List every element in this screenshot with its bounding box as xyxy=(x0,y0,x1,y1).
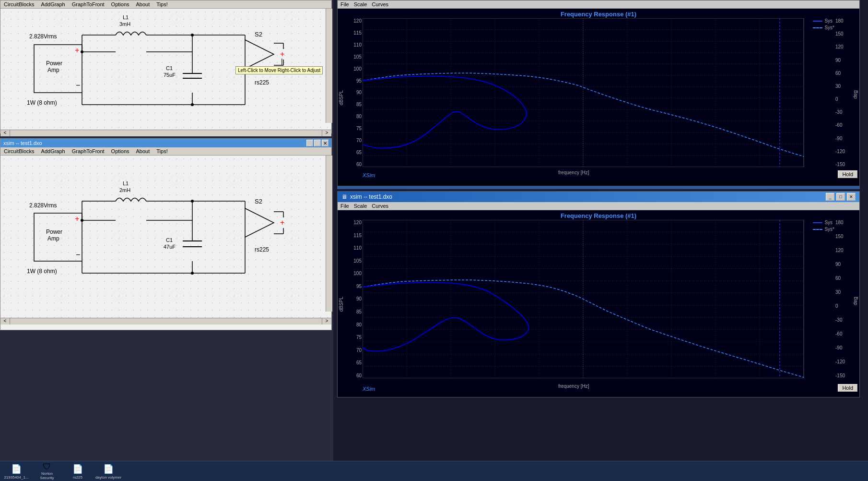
svg-text:−: − xyxy=(76,251,80,259)
svg-text:Power: Power xyxy=(46,228,62,235)
minimize-btn-bottom[interactable]: _ xyxy=(306,140,313,146)
scrollbar-v-bottom[interactable] xyxy=(326,156,332,312)
svg-text:|: | xyxy=(281,58,283,65)
taskbar-label-rs225: rs225 xyxy=(73,476,82,480)
svg-text:+: + xyxy=(280,218,284,227)
top-circuit-menubar: CircuitBlocks AddGraph GraphToFront Opti… xyxy=(0,0,331,9)
menu-options-bottom[interactable]: Options xyxy=(110,148,131,155)
svg-text:Amp: Amp xyxy=(47,67,59,73)
svg-text:47uF: 47uF xyxy=(164,244,176,250)
bottom-circuit-menubar: CircuitBlocks AddGraph GraphToFront Opti… xyxy=(0,147,331,156)
freq-plot-svg-bottom: 100 1,000 10,000 xyxy=(363,220,828,378)
svg-text:C1: C1 xyxy=(166,65,173,71)
svg-point-74 xyxy=(191,272,194,275)
menu-about-bottom[interactable]: About xyxy=(135,148,152,155)
maximize-btn-bottom[interactable]: □ xyxy=(314,140,321,146)
freq-menubar-bottom: File Scale Curves xyxy=(338,202,859,210)
freq-scrollbar-top[interactable] xyxy=(337,186,860,189)
menu-graphtofront-top[interactable]: GraphToFront xyxy=(70,1,106,8)
freq-title-top: Frequency Response (#1) xyxy=(338,9,859,19)
svg-text:L1: L1 xyxy=(123,180,129,186)
tooltip-box: Left-Click to Move Right-Click to Adjust xyxy=(235,66,323,74)
xsim-label-top: XSim xyxy=(363,172,375,178)
svg-text:2.828Vrms: 2.828Vrms xyxy=(29,202,57,209)
taskbar-item-dayton[interactable]: 📄 dayton volymer xyxy=(94,462,123,481)
svg-point-37 xyxy=(191,103,194,106)
svg-text:75uF: 75uF xyxy=(164,72,176,78)
y-label-left-bottom: dBSPL xyxy=(339,297,344,312)
svg-marker-61 xyxy=(245,208,274,237)
svg-text:+: + xyxy=(280,50,284,58)
xsim-label-bottom: XSim xyxy=(363,386,375,392)
taskbar-item-0[interactable]: 📄 21935404_1... xyxy=(2,462,31,481)
scrollbar-h-top[interactable]: < > xyxy=(0,130,331,136)
close-btn-bottom[interactable]: ✕ xyxy=(322,140,328,146)
freq-file-menu-top[interactable]: File xyxy=(340,1,349,7)
svg-text:rs225: rs225 xyxy=(255,79,269,86)
freq-scale-menu-top[interactable]: Scale xyxy=(354,1,367,7)
taskbar-label-0: 21935404_1... xyxy=(4,476,28,480)
hold-btn-top[interactable]: Hold xyxy=(838,170,857,178)
menu-circuitblocks-bottom[interactable]: CircuitBlocks xyxy=(2,148,36,155)
svg-text:L1: L1 xyxy=(123,14,129,20)
menu-graphtofront-bottom[interactable]: GraphToFront xyxy=(70,148,106,155)
svg-point-36 xyxy=(191,34,194,36)
y-label-left-top: dBSPL xyxy=(339,90,344,105)
freq-close-btn[interactable]: ✕ xyxy=(847,193,856,201)
freq-window-bottom: 🖥 xsim -- test1.dxo _ □ ✕ File Scale Cur… xyxy=(337,191,860,397)
freq-curves-menu-bottom[interactable]: Curves xyxy=(372,203,388,209)
svg-point-35 xyxy=(81,50,83,53)
svg-text:+: + xyxy=(75,215,79,223)
freq-window-title-bottom: xsim -- test1.dxo xyxy=(350,193,392,200)
freq-window-top: File Scale Curves Frequency Response (#1… xyxy=(337,0,860,186)
menu-circuitblocks-top[interactable]: CircuitBlocks xyxy=(2,1,36,8)
svg-marker-23 xyxy=(245,40,274,69)
freq-minimize-btn[interactable]: _ xyxy=(826,193,834,201)
taskbar-label-norton: NortonSecurity xyxy=(40,472,54,481)
circuit-svg-bottom: Power Amp + − 2.828Vrms 1W (8 ohm) L1 2m… xyxy=(0,156,322,318)
freq-file-menu-bottom[interactable]: File xyxy=(340,203,349,209)
freq-menubar-top: File Scale Curves xyxy=(338,0,859,9)
bottom-circuit-titlebar: xsim -- test1.dxo _ □ ✕ xyxy=(0,139,331,147)
svg-text:+: + xyxy=(75,46,79,54)
freq-maximize-btn[interactable]: □ xyxy=(836,193,845,201)
freq-curves-menu-top[interactable]: Curves xyxy=(372,1,388,7)
taskbar: 📄 21935404_1... 🛡 NortonSecurity 📄 rs225… xyxy=(0,461,868,481)
svg-text:rs225: rs225 xyxy=(255,246,269,253)
freq-scale-menu-bottom[interactable]: Scale xyxy=(354,203,367,209)
freq-title-bottom: Frequency Response (#1) xyxy=(338,210,859,220)
x-label-top: frequency [Hz] xyxy=(558,170,589,175)
menu-tips-bottom[interactable]: Tips! xyxy=(155,148,169,155)
svg-text:1W (8 ohm): 1W (8 ohm) xyxy=(27,99,57,106)
menu-about-top[interactable]: About xyxy=(135,1,152,8)
menu-options-top[interactable]: Options xyxy=(110,1,131,8)
svg-text:C1: C1 xyxy=(166,237,173,243)
tooltip-text: Left-Click to Move Right-Click to Adjust xyxy=(238,68,320,73)
taskbar-label-dayton: dayton volymer xyxy=(95,476,121,480)
taskbar-icon-rs225: 📄 xyxy=(71,462,84,476)
svg-rect-77 xyxy=(363,18,804,167)
svg-point-73 xyxy=(191,200,194,203)
svg-text:2mH: 2mH xyxy=(119,187,130,193)
x-label-bottom: frequency [Hz] xyxy=(558,384,589,389)
taskbar-icon-0: 📄 xyxy=(10,462,23,476)
circuit-window-bottom: xsim -- test1.dxo _ □ ✕ CircuitBlocks Ad… xyxy=(0,138,332,330)
scrollbar-v-top[interactable] xyxy=(326,9,332,123)
menu-tips-top[interactable]: Tips! xyxy=(155,1,169,8)
scrollbar-h-bottom[interactable]: < > xyxy=(0,318,331,325)
svg-text:1W (8 ohm): 1W (8 ohm) xyxy=(27,268,57,275)
svg-text:Power: Power xyxy=(46,60,62,67)
svg-text:Amp: Amp xyxy=(47,235,59,242)
menu-addgraph-bottom[interactable]: AddGraph xyxy=(40,148,67,155)
svg-text:S2: S2 xyxy=(255,198,262,205)
svg-text:S2: S2 xyxy=(255,31,262,38)
y-label-right-bottom: Bap xyxy=(853,297,858,305)
menu-addgraph-top[interactable]: AddGraph xyxy=(40,1,67,8)
circuit-window-top: CircuitBlocks AddGraph GraphToFront Opti… xyxy=(0,0,332,133)
taskbar-icon-norton: 🛡 xyxy=(40,462,54,472)
bottom-circuit-title: xsim -- test1.dxo xyxy=(3,140,42,146)
hold-btn-bottom[interactable]: Hold xyxy=(838,384,857,392)
taskbar-item-rs225[interactable]: 📄 rs225 xyxy=(63,462,92,481)
freq-titlebar-bottom: 🖥 xsim -- test1.dxo _ □ ✕ xyxy=(338,192,859,202)
taskbar-item-norton[interactable]: 🛡 NortonSecurity xyxy=(33,462,61,481)
